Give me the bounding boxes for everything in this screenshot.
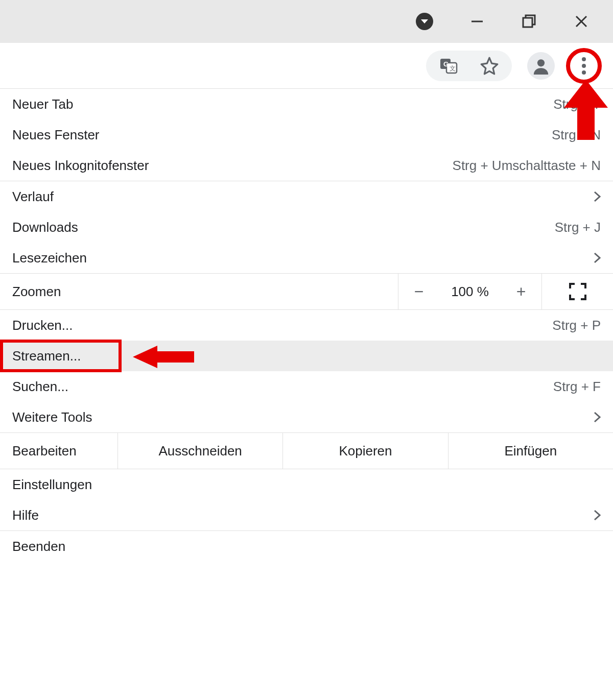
window-titlebar (0, 0, 613, 43)
chevron-right-icon (594, 252, 601, 263)
minimize-button[interactable] (469, 13, 485, 30)
menu-edit-row: Bearbeiten Ausschneiden Kopieren Einfüge… (0, 432, 613, 469)
menu-label: Downloads (12, 220, 78, 235)
menu-label: Einstellungen (12, 477, 92, 493)
vertical-dots-icon (581, 57, 586, 75)
menu-downloads[interactable]: Downloads Strg + J (0, 212, 613, 243)
zoom-value: 100 % (439, 284, 501, 300)
fullscreen-icon (569, 283, 586, 300)
menu-shortcut: Strg + Umschalttaste + N (453, 158, 601, 174)
close-button[interactable] (573, 13, 590, 30)
menu-find[interactable]: Suchen... Strg + F (0, 371, 613, 402)
menu-new-tab[interactable]: Neuer Tab Strg + T (0, 89, 613, 119)
chevron-right-icon (594, 191, 601, 202)
dropdown-circle-icon[interactable] (416, 13, 433, 30)
menu-exit[interactable]: Beenden (0, 531, 613, 562)
menu-shortcut: Strg + J (555, 220, 601, 235)
menu-label: Neues Inkognitofenster (12, 158, 149, 174)
annotation-arrow-left (133, 346, 194, 368)
menu-label: Neues Fenster (12, 127, 100, 143)
main-menu: Neuer Tab Strg + T Neues Fenster Strg + … (0, 89, 613, 562)
menu-shortcut: Strg + N (552, 127, 601, 143)
menu-new-window[interactable]: Neues Fenster Strg + N (0, 119, 613, 150)
menu-new-incognito[interactable]: Neues Inkognitofenster Strg + Umschaltta… (0, 150, 613, 181)
menu-zoom-row: Zoomen − 100 % + (0, 273, 613, 310)
svg-rect-2 (523, 18, 532, 27)
zoom-in-button[interactable]: + (501, 274, 541, 309)
svg-point-9 (537, 59, 545, 66)
maximize-button[interactable] (521, 13, 537, 30)
more-menu-button[interactable] (566, 48, 602, 84)
menu-bookmarks[interactable]: Lesezeichen (0, 243, 613, 273)
menu-label: Neuer Tab (12, 96, 74, 112)
menu-label: Weitere Tools (12, 409, 92, 425)
menu-label: Hilfe (12, 508, 39, 523)
menu-label: Drucken... (12, 318, 73, 333)
zoom-controls: − 100 % + (398, 274, 541, 309)
menu-print[interactable]: Drucken... Strg + P (0, 310, 613, 341)
edit-copy-button[interactable]: Kopieren (282, 433, 447, 469)
menu-label: Suchen... (12, 379, 68, 395)
svg-text:G: G (443, 60, 449, 68)
fullscreen-button[interactable] (541, 274, 613, 309)
svg-point-11 (582, 64, 586, 68)
svg-point-12 (582, 70, 586, 75)
svg-point-10 (582, 57, 586, 61)
menu-settings[interactable]: Einstellungen (0, 469, 613, 500)
profile-avatar[interactable] (527, 52, 555, 80)
menu-shortcut: Strg + P (552, 318, 601, 333)
menu-label: Beenden (12, 539, 65, 554)
edit-paste-button[interactable]: Einfügen (448, 433, 613, 469)
chevron-right-icon (594, 412, 601, 423)
menu-label: Verlauf (12, 189, 54, 205)
zoom-label: Zoomen (0, 284, 398, 300)
menu-label: Lesezeichen (12, 250, 87, 266)
address-bar-actions: G 文 (426, 51, 512, 81)
menu-cast[interactable]: Streamen... (0, 341, 613, 371)
menu-more-tools[interactable]: Weitere Tools (0, 402, 613, 432)
menu-label: Streamen... (12, 348, 81, 364)
menu-shortcut: Strg + T (553, 96, 601, 112)
menu-shortcut: Strg + F (553, 379, 601, 395)
edit-label: Bearbeiten (0, 433, 117, 469)
svg-text:文: 文 (450, 65, 456, 72)
translate-icon[interactable]: G 文 (438, 56, 459, 76)
edit-cut-button[interactable]: Ausschneiden (117, 433, 282, 469)
browser-toolbar: G 文 (0, 43, 613, 89)
menu-help[interactable]: Hilfe (0, 500, 613, 530)
zoom-out-button[interactable]: − (398, 274, 439, 309)
svg-marker-14 (133, 346, 194, 368)
star-icon[interactable] (479, 56, 500, 76)
menu-history[interactable]: Verlauf (0, 181, 613, 212)
chevron-right-icon (594, 510, 601, 521)
